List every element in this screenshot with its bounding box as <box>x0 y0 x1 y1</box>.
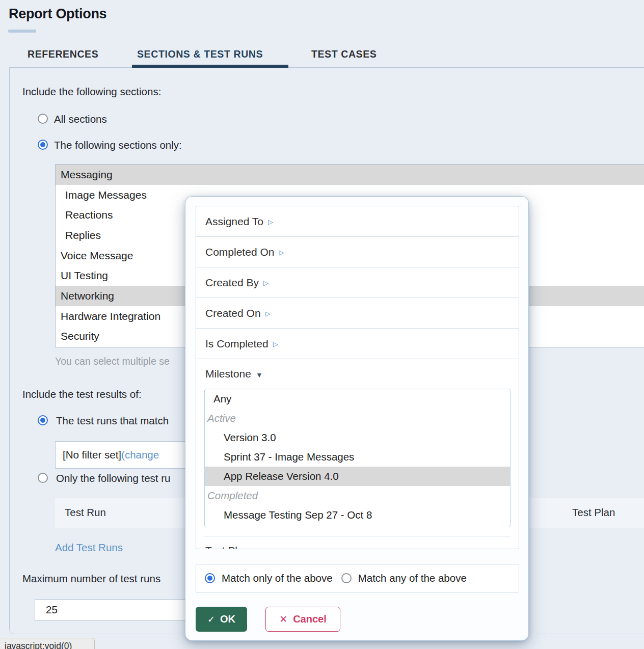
run-filter-dialog: Assigned To ▷ Completed On ▷ Created By … <box>185 196 529 641</box>
milestone-listbox: Any Active Version 3.0 Sprint 37 - Image… <box>204 389 511 527</box>
radio-runs-matching[interactable] <box>38 415 48 425</box>
radio-all-sections[interactable] <box>38 114 48 124</box>
filter-milestone[interactable]: Milestone ▼ <box>196 359 519 389</box>
max-runs-label: Maximum number of test runs <box>22 573 160 585</box>
x-icon: ✕ <box>279 613 287 625</box>
filter-is-completed[interactable]: Is Completed ▷ <box>196 329 519 359</box>
page-title: Report Options <box>9 6 106 22</box>
check-icon: ✓ <box>207 614 215 625</box>
radio-following-runs-label[interactable]: Only the following test ru <box>56 472 170 484</box>
change-filter-link[interactable]: (change <box>121 449 159 461</box>
milestone-group-active: Active <box>205 409 510 428</box>
tab-test-cases[interactable]: TEST CASES <box>311 48 377 60</box>
filter-created-on[interactable]: Created On ▷ <box>196 298 519 329</box>
tab-sections-test-runs[interactable]: SECTIONS & TEST RUNS <box>137 48 263 60</box>
ok-button[interactable]: ✓ OK <box>196 607 247 632</box>
radio-following-sections-label[interactable]: The following sections only: <box>54 139 182 151</box>
column-test-plan: Test Plan <box>572 506 615 519</box>
filter-milestone-label: Milestone <box>205 368 251 380</box>
run-filter-value: [No filter set] <box>63 449 121 461</box>
include-results-label: Include the test results of: <box>22 388 142 400</box>
sections-hint-text: You can select multiple se <box>55 356 170 367</box>
radio-following-runs[interactable] <box>38 473 48 483</box>
title-accent-bar <box>8 30 36 33</box>
filter-created-by-label: Created By <box>205 277 259 289</box>
status-url-tooltip: javascript:void(0) <box>0 638 95 649</box>
filter-test-plan-clipped[interactable]: Test Plan <box>196 536 519 549</box>
milestone-group-completed: Completed <box>205 486 510 505</box>
ok-button-label: OK <box>220 613 235 625</box>
expand-arrow-icon[interactable]: ▷ <box>273 339 278 348</box>
tab-references[interactable]: REFERENCES <box>28 48 98 60</box>
filter-assigned-to-label: Assigned To <box>205 215 263 228</box>
expand-arrow-icon[interactable]: ▷ <box>268 217 273 226</box>
milestone-option-version-3[interactable]: Version 3.0 <box>205 428 510 447</box>
expand-arrow-icon[interactable]: ▷ <box>263 278 269 287</box>
include-sections-label: Include the following sections: <box>22 86 161 98</box>
expand-arrow-icon[interactable]: ▷ <box>265 309 271 317</box>
radio-match-any[interactable] <box>341 573 352 583</box>
expand-arrow-icon[interactable]: ▷ <box>279 248 284 256</box>
cancel-button[interactable]: ✕ Cancel <box>265 607 340 632</box>
filter-completed-on-label: Completed On <box>205 246 274 258</box>
milestone-option-sprint-37[interactable]: Sprint 37 - Image Messages <box>205 447 510 467</box>
radio-all-sections-label[interactable]: All sections <box>54 113 107 125</box>
milestone-option-any[interactable]: Any <box>205 389 510 409</box>
radio-match-only-label[interactable]: Match only of the above <box>222 572 333 584</box>
filter-assigned-to[interactable]: Assigned To ▷ <box>196 206 519 237</box>
section-row-messaging[interactable]: Messaging <box>56 165 644 185</box>
active-tab-underline <box>132 65 288 68</box>
milestone-option-message-testing[interactable]: Message Testing Sep 27 - Oct 8 <box>205 505 510 525</box>
filter-completed-on[interactable]: Completed On ▷ <box>196 237 519 267</box>
filter-created-on-label: Created On <box>205 307 261 319</box>
collapse-caret-icon[interactable]: ▼ <box>256 369 263 379</box>
milestone-option-app-release-4[interactable]: App Release Version 4.0 <box>205 467 510 486</box>
max-runs-input[interactable] <box>35 599 203 620</box>
filter-is-completed-label: Is Completed <box>205 338 269 350</box>
radio-match-only[interactable] <box>205 573 215 583</box>
match-mode-box: Match only of the above Match any of the… <box>196 564 519 592</box>
filter-fields-panel: Assigned To ▷ Completed On ▷ Created By … <box>196 206 519 549</box>
radio-match-any-label[interactable]: Match any of the above <box>358 572 467 584</box>
cancel-button-label: Cancel <box>293 613 327 625</box>
radio-following-sections[interactable] <box>38 140 48 150</box>
filter-created-by[interactable]: Created By ▷ <box>196 267 519 298</box>
column-test-run: Test Run <box>65 506 106 519</box>
add-test-runs-link[interactable]: Add Test Runs <box>55 542 123 554</box>
radio-runs-matching-label[interactable]: The test runs that match <box>56 415 169 427</box>
